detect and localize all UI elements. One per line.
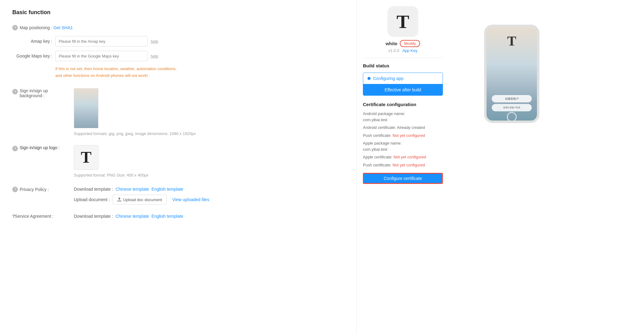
- google-maps-key-input-group: help: [55, 51, 158, 61]
- sign-background-label-col: ? Sign in/sign up background :: [12, 88, 74, 136]
- apple-package-label: Apple package name:: [363, 141, 402, 145]
- phone-create-account-btn: 创建新账户: [492, 95, 532, 102]
- privacy-download-row: Download template : Chinese template Eng…: [74, 187, 209, 192]
- sign-logo-label-col: ? Sign in/sign up logo :: [12, 145, 74, 177]
- cert-config-section: Certificate configuration Android packag…: [363, 102, 443, 184]
- privacy-policy-content: Download template : Chinese template Eng…: [74, 187, 209, 208]
- service-english-template-link[interactable]: English template: [152, 214, 184, 219]
- map-positioning-row: ? Map positioning : Get SHA1: [12, 25, 344, 30]
- privacy-policy-help-icon: ?: [12, 187, 18, 192]
- privacy-policy-label: Privacy Policy :: [20, 187, 49, 192]
- logo-t-letter: T: [81, 149, 92, 165]
- google-maps-key-label: Google Maps key :: [12, 54, 55, 58]
- sidebar-divider-1: [363, 58, 443, 58]
- sidebar: T white Modify v1.0.0 App Key Build stat…: [357, 0, 449, 334]
- sign-logo-help-icon: ?: [12, 146, 18, 151]
- sign-background-content: Supported formats: jpg, png, jpeg, image…: [74, 88, 344, 136]
- sign-logo-label: Sign in/sign up logo :: [20, 145, 60, 150]
- google-maps-key-row: Google Maps key : help: [12, 51, 344, 61]
- amap-help-link[interactable]: help: [151, 39, 158, 44]
- service-download-row: Download template : Chinese template Eng…: [74, 214, 183, 219]
- phone-preview: T 创建新账户 使用已有账户登录: [484, 25, 539, 123]
- modify-button[interactable]: Modify: [400, 40, 420, 47]
- privacy-policy-section: ? Privacy Policy : Download template : C…: [12, 187, 344, 208]
- sign-background-supported-text: Supported formats: jpg, png, jpeg, image…: [74, 131, 344, 136]
- configuring-app-text: Configuring app: [373, 76, 403, 81]
- privacy-policy-label-col: ? Privacy Policy :: [12, 187, 74, 192]
- apple-push-cert-value: Not yet configured: [392, 163, 425, 167]
- google-maps-key-input[interactable]: [55, 51, 148, 61]
- page-title: Basic function: [12, 9, 344, 16]
- map-positioning-section: ? Map positioning : Get SHA1 Amap key : …: [12, 25, 344, 79]
- upload-icon: [117, 197, 121, 202]
- amap-key-label: Amap key :: [12, 39, 55, 44]
- phone-preview-container: T 创建新账户 使用已有账户登录: [484, 25, 539, 123]
- sign-background-section: ? Sign in/sign up background : Supported…: [12, 88, 344, 136]
- status-dot: [368, 77, 371, 80]
- sign-logo-thumb[interactable]: T: [74, 145, 98, 170]
- amap-key-input[interactable]: [55, 36, 148, 46]
- app-version: v1.0.0: [388, 48, 399, 53]
- map-positioning-label: Map positioning :: [20, 25, 52, 30]
- app-icon: T: [388, 6, 418, 37]
- map-positioning-help-icon: ?: [12, 25, 18, 30]
- service-agreement-help-icon: ?: [12, 214, 15, 219]
- apple-cert-value: Not yet configured: [394, 155, 426, 159]
- app-key-link[interactable]: App Key: [402, 48, 417, 53]
- apple-cert-label: Apple certificate:: [363, 155, 392, 159]
- cert-config-title: Certificate configuration: [363, 102, 443, 107]
- service-agreement-label-col: ? Service Agreement :: [12, 214, 74, 219]
- sign-logo-supported-text: Supported format: PNG Size: 400 x 400px: [74, 173, 149, 177]
- build-status-section: Build status Configuring app Effective a…: [363, 63, 443, 96]
- effective-after-build-text: Effective after build: [363, 84, 443, 95]
- android-cert-row: Android certificate: Already created: [363, 125, 443, 131]
- service-chinese-template-link[interactable]: Chinese template: [116, 214, 149, 219]
- service-agreement-content: Download template : Chinese template Eng…: [74, 214, 183, 222]
- build-status-title: Build status: [363, 63, 443, 68]
- apple-push-cert-label: Push certificate:: [363, 163, 392, 167]
- build-status-top: Configuring app: [363, 73, 443, 84]
- push-cert-android-row: Push certificate: Not yet configured: [363, 133, 443, 139]
- service-agreement-section: ? Service Agreement : Download template …: [12, 214, 344, 222]
- get-sha1-link[interactable]: Get SHA1: [54, 25, 73, 30]
- sign-background-image: [74, 89, 98, 128]
- sign-logo-content: T Supported format: PNG Size: 400 x 400p…: [74, 145, 149, 177]
- sign-background-thumb[interactable]: [74, 88, 98, 128]
- apple-cert-row: Apple certificate: Not yet configured: [363, 154, 443, 160]
- service-agreement-label: Service Agreement :: [15, 214, 54, 219]
- app-name-row: white Modify: [386, 40, 420, 47]
- apple-push-cert-row: Push certificate: Not yet configured: [363, 162, 443, 168]
- warning-text: If this is not set, then home location, …: [55, 66, 228, 79]
- push-cert-android-value: Not yet configured: [392, 133, 425, 138]
- phone-login-btn: 使用已有账户登录: [492, 104, 532, 111]
- phone-t-logo: T: [507, 33, 516, 49]
- phone-bottom-buttons: 创建新账户 使用已有账户登录: [492, 95, 532, 111]
- app-name: white: [386, 41, 397, 46]
- privacy-upload-row: Upload document : Upload doc document Vi…: [74, 195, 209, 205]
- amap-key-input-group: help: [55, 36, 158, 46]
- upload-doc-button[interactable]: Upload doc document: [113, 195, 167, 205]
- app-info-container: T white Modify v1.0.0 App Key: [363, 6, 443, 53]
- android-package-value: com.yibai.test: [363, 117, 387, 122]
- privacy-download-label: Download template :: [74, 187, 113, 192]
- privacy-chinese-template-link[interactable]: Chinese template: [116, 187, 149, 192]
- configure-cert-button[interactable]: Configure certificate: [363, 173, 443, 184]
- sign-logo-section: ? Sign in/sign up logo : T Supported for…: [12, 145, 344, 177]
- android-cert-label: Android certificate:: [363, 125, 396, 130]
- build-status-box: Configuring app Effective after build: [363, 73, 443, 96]
- service-download-label: Download template :: [74, 214, 113, 219]
- apple-package-row: Apple package name: com.yibai.test: [363, 140, 443, 152]
- amap-key-row: Amap key : help: [12, 36, 344, 46]
- apple-package-value: com.yibai.test: [363, 147, 387, 152]
- android-package-label: Android package name:: [363, 111, 405, 116]
- google-help-link[interactable]: help: [151, 54, 158, 58]
- app-icon-letter: T: [396, 12, 409, 31]
- android-package-row: Android package name: com.yibai.test: [363, 111, 443, 123]
- push-cert-android-label: Push certificate:: [363, 133, 392, 138]
- view-uploaded-files-link[interactable]: View uploaded files: [172, 197, 209, 202]
- sign-background-help-icon: ?: [12, 89, 18, 94]
- sign-background-label: Sign in/sign up background :: [20, 88, 71, 98]
- android-cert-value: Already created: [397, 125, 425, 130]
- privacy-upload-label: Upload document :: [74, 197, 110, 202]
- privacy-english-template-link[interactable]: English template: [152, 187, 184, 192]
